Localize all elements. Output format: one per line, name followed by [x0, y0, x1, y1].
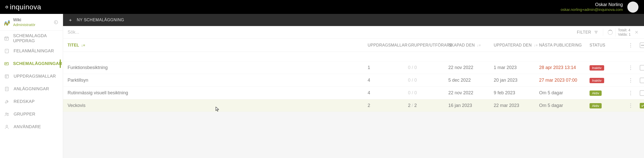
- cell-next: Om 5 dagar: [539, 103, 590, 108]
- avatar[interactable]: [627, 2, 638, 13]
- sidebar: Wiki Administratör SCHEMALAGDA UPPDRAG F…: [0, 14, 63, 158]
- col-select-all[interactable]: [636, 42, 644, 48]
- svg-point-23: [630, 107, 631, 108]
- col-created[interactable]: SKAPAD DEN ↓≡: [448, 43, 494, 48]
- svg-point-8: [6, 125, 8, 127]
- svg-point-12: [630, 65, 631, 66]
- col-updated[interactable]: UPPDATERAD DEN ↓≡: [494, 43, 539, 48]
- sidebar-collapse-icon[interactable]: [54, 20, 58, 25]
- row-select[interactable]: [636, 90, 644, 96]
- row-actions-button[interactable]: [625, 103, 636, 108]
- col-next[interactable]: NÄSTA PUBLICERING: [539, 43, 590, 48]
- svg-point-20: [630, 94, 631, 95]
- col-groups[interactable]: GRUPPER/UTFÖRARE: [408, 43, 448, 48]
- cell-groups: 0 / 0: [408, 78, 448, 83]
- svg-rect-4: [5, 75, 8, 78]
- row-select[interactable]: [636, 103, 644, 108]
- users-icon: [4, 111, 10, 117]
- cell-status: Inaktiv: [590, 78, 625, 83]
- col-templates[interactable]: UPPDRAGSMALLAR: [368, 43, 408, 48]
- new-schedule-button[interactable]: ＋ NY SCHEMALÄGGNING: [68, 17, 124, 23]
- row-checkbox[interactable]: [640, 90, 644, 96]
- calendar-check-icon: [4, 36, 9, 41]
- row-actions-button[interactable]: [625, 78, 636, 83]
- topbar-right: Oskar Norling oskar.norling+admin@inquin…: [561, 2, 638, 13]
- table-spacer: [63, 52, 644, 61]
- table-header: TITEL ↓≡ UPPDRAGSMALLAR GRUPPER/UTFÖRARE…: [63, 39, 644, 52]
- table: TITEL ↓≡ UPPDRAGSMALLAR GRUPPER/UTFÖRARE…: [63, 39, 644, 112]
- cell-templates: 4: [368, 78, 408, 83]
- template-icon: [4, 74, 10, 79]
- svg-point-18: [630, 91, 631, 92]
- app-icon: [4, 19, 11, 26]
- sidebar-item-reports[interactable]: FELANMÄLNINGAR: [0, 45, 63, 57]
- row-checkbox[interactable]: [640, 103, 644, 108]
- row-checkbox[interactable]: [640, 78, 644, 83]
- row-select[interactable]: [636, 78, 644, 83]
- sidebar-item-label: UPPDRAGSMALLAR: [14, 74, 56, 79]
- brand-logo[interactable]: inquinova: [6, 3, 41, 11]
- col-status[interactable]: STATUS: [590, 43, 625, 48]
- row-actions-button[interactable]: [625, 91, 636, 95]
- svg-point-17: [630, 82, 631, 82]
- actionbar: ＋ NY SCHEMALÄGGNING: [63, 14, 644, 26]
- sidebar-item-label: FELANMÄLNINGAR: [14, 49, 54, 54]
- col-actions[interactable]: [625, 43, 636, 48]
- svg-rect-5: [5, 87, 8, 91]
- cell-next: Om 5 dagar: [539, 90, 590, 96]
- sidebar-item-users[interactable]: ANVÄNDARE: [0, 121, 63, 133]
- svg-point-19: [630, 93, 631, 93]
- cell-groups: 0 / 0: [408, 65, 448, 70]
- sidebar-item-label: SCHEMALAGDA UPPDRAG: [13, 33, 59, 43]
- sidebar-item-facilities[interactable]: ANLÄGGNINGAR: [0, 83, 63, 95]
- status-badge: Inaktiv: [590, 65, 604, 71]
- table-row[interactable]: Funktionsbesiktning10 / 022 nov 20221 ma…: [63, 61, 644, 74]
- cell-title: Parktillsyn: [68, 78, 368, 83]
- sidebar-item-label: ANVÄNDARE: [14, 124, 41, 129]
- status-badge: Aktiv: [590, 91, 602, 96]
- cell-created: 22 nov 2022: [448, 65, 494, 70]
- brand-icon: [6, 6, 8, 8]
- sidebar-item-scheduled-tasks[interactable]: SCHEMALAGDA UPPDRAG: [0, 32, 63, 45]
- svg-point-13: [630, 67, 631, 68]
- row-actions-button[interactable]: [625, 65, 636, 70]
- building-icon: [4, 86, 10, 92]
- table-row[interactable]: Parktillsyn40 / 05 dec 202220 jan 202327…: [63, 74, 644, 87]
- svg-point-9: [630, 43, 631, 44]
- cell-next: 28 apr 2023 13:14: [539, 65, 590, 70]
- plus-icon: ＋: [68, 17, 73, 23]
- sidebar-item-schedules[interactable]: SCHEMALÄGGNINGAR: [0, 57, 63, 70]
- sidebar-item-groups[interactable]: GRUPPER: [0, 108, 63, 121]
- timeline-icon: [4, 61, 9, 66]
- sidebar-item-tools[interactable]: REDSKAP: [0, 95, 63, 108]
- table-row[interactable]: Veckovis22 / 216 jan 202322 mar 2023Om 5…: [63, 99, 644, 112]
- svg-point-10: [630, 45, 631, 46]
- status-badge: Inaktiv: [590, 78, 604, 83]
- col-title[interactable]: TITEL ↓≡: [68, 43, 368, 48]
- new-button-label: NY SCHEMALÄGGNING: [77, 18, 124, 22]
- user-block[interactable]: Oskar Norling oskar.norling+admin@inquin…: [561, 2, 623, 12]
- user-email: oskar.norling+admin@inquinova.com: [561, 7, 623, 12]
- svg-point-21: [630, 103, 631, 104]
- search-input[interactable]: [68, 30, 568, 35]
- brand-text: inquinova: [10, 3, 41, 11]
- row-select[interactable]: [636, 65, 644, 71]
- sidebar-item-templates[interactable]: UPPDRAGSMALLAR: [0, 70, 63, 83]
- cell-title: Veckovis: [68, 103, 368, 108]
- cell-next: 27 mar 2023 07:00: [539, 78, 590, 83]
- row-checkbox[interactable]: [640, 65, 644, 71]
- main: ＋ NY SCHEMALÄGGNING FILTER Totalt: 4 Val…: [63, 14, 644, 158]
- app-role: Administratör: [13, 22, 35, 27]
- clear-selection-button[interactable]: ✕: [633, 30, 640, 35]
- cell-status: Inaktiv: [590, 65, 625, 71]
- svg-point-15: [630, 78, 631, 79]
- sort-icon: ↓≡: [477, 43, 481, 47]
- filter-button[interactable]: FILTER: [577, 30, 598, 35]
- svg-point-0: [54, 20, 58, 24]
- result-counts: Totalt: 4 Valda: 1: [615, 28, 631, 37]
- cell-updated: 1 mar 2023: [494, 65, 539, 70]
- cell-templates: 4: [368, 90, 408, 96]
- cell-updated: 20 jan 2023: [494, 78, 539, 83]
- select-all-checkbox[interactable]: [640, 42, 644, 48]
- table-row[interactable]: Rutinmässig visuell besiktning40 / 022 n…: [63, 87, 644, 99]
